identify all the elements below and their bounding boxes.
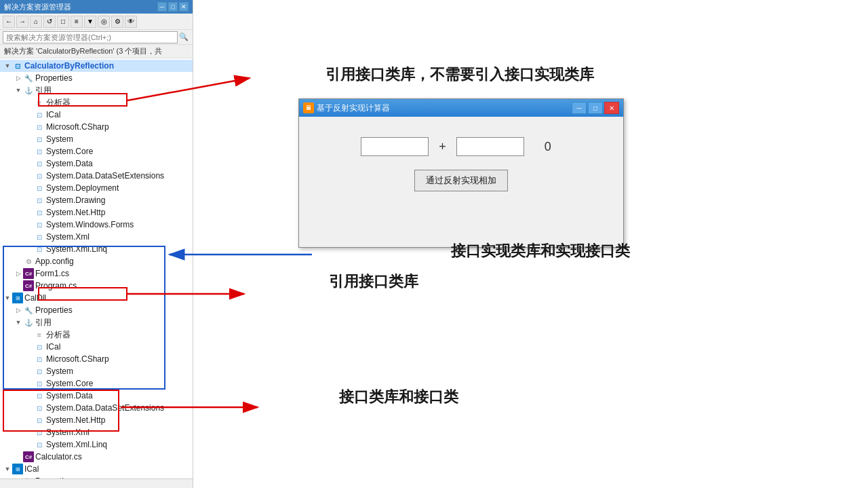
tree-item-systemnethttp2[interactable]: ⊡System.Net.Http bbox=[0, 414, 193, 426]
calc-body: + 0 通过反射实现相加 bbox=[299, 117, 623, 205]
expand-icon[interactable]: ▼ bbox=[3, 293, 12, 303]
expand-icon[interactable]: ▷ bbox=[14, 305, 23, 315]
expand-icon[interactable] bbox=[24, 342, 34, 352]
expand-icon[interactable] bbox=[24, 208, 34, 217]
tree-item-systemnethttp1[interactable]: ⊡System.Net.Http bbox=[0, 206, 193, 219]
tree-item-systemwinforms1[interactable]: ⊡System.Windows.Forms bbox=[0, 219, 193, 231]
tree-item-props1[interactable]: ▷🔧Properties bbox=[0, 72, 193, 84]
calc-maximize-btn[interactable]: □ bbox=[588, 102, 603, 114]
tree-item-form1cs[interactable]: ▷C#Form1.cs bbox=[0, 267, 193, 280]
tree-item-mscsharp1[interactable]: ⊡Microsoft.CSharp bbox=[0, 121, 193, 133]
item-label-systemxml2: System.Xml bbox=[46, 428, 90, 437]
tree-item-calculatorcs[interactable]: C#Calculator.cs bbox=[0, 451, 193, 463]
expand-icon[interactable] bbox=[24, 403, 34, 413]
tree-item-systemxmllinq1[interactable]: ⊡System.Xml.Linq bbox=[0, 243, 193, 255]
tree-item-systemcore1[interactable]: ⊡System.Core bbox=[0, 145, 193, 157]
tree-item-refs2[interactable]: ▼⚓引用 bbox=[0, 316, 193, 329]
tree-item-caldll[interactable]: ▼⊞CalDll bbox=[0, 292, 193, 304]
expand-icon[interactable]: ▷ bbox=[14, 269, 23, 278]
expand-icon[interactable] bbox=[24, 428, 34, 437]
expand-icon[interactable] bbox=[24, 171, 34, 181]
calc-input2[interactable] bbox=[456, 137, 524, 156]
tree-item-analyzers2[interactable]: ≡分析器 bbox=[0, 329, 193, 341]
tree-item-appconfig1[interactable]: ⚙App.config bbox=[0, 255, 193, 267]
main-area: 🖩 基于反射实现计算器 ─ □ ✕ + 0 通过反射实现相加 引用接口类库，不需… bbox=[193, 0, 868, 488]
expand-icon[interactable] bbox=[24, 415, 34, 425]
tree-item-ical1[interactable]: ⊡ICal bbox=[0, 109, 193, 121]
tree-item-systemcore2[interactable]: ⊡System.Core bbox=[0, 377, 193, 390]
calc-input1[interactable] bbox=[361, 137, 429, 156]
tree-item-systemxml2[interactable]: ⊡System.Xml bbox=[0, 426, 193, 438]
tree-item-system2[interactable]: ⊡System bbox=[0, 365, 193, 377]
solution-info: 解决方案 'CalculatorByReflection' (3 个项目，共 bbox=[0, 45, 193, 58]
expand-icon[interactable] bbox=[24, 98, 34, 107]
expand-icon[interactable] bbox=[24, 244, 34, 254]
close-icon[interactable]: ✕ bbox=[179, 2, 189, 12]
expand-icon[interactable] bbox=[14, 281, 23, 290]
tree-item-props2[interactable]: ▷🔧Properties bbox=[0, 304, 193, 316]
expand-icon[interactable]: ▼ bbox=[3, 464, 12, 474]
tree-item-systemdata1[interactable]: ⊡System.Data bbox=[0, 157, 193, 170]
calc-add-button[interactable]: 通过反射实现相加 bbox=[414, 170, 508, 191]
expand-icon[interactable] bbox=[24, 159, 34, 168]
calc-title: 基于反射实现计算器 bbox=[317, 102, 572, 114]
filter-icon[interactable]: ▼ bbox=[84, 16, 96, 28]
item-label-refs1: 引用 bbox=[35, 85, 52, 96]
minimize-icon[interactable]: ─ bbox=[157, 2, 167, 12]
calc-close-btn[interactable]: ✕ bbox=[604, 102, 619, 114]
expand-icon[interactable] bbox=[24, 147, 34, 156]
expand-icon[interactable]: ▷ bbox=[14, 73, 23, 83]
expand-icon[interactable] bbox=[24, 330, 34, 339]
expand-icon[interactable] bbox=[14, 257, 23, 266]
tree-item-systemdraw1[interactable]: ⊡System.Drawing bbox=[0, 194, 193, 206]
item-label-programcs: Program.cs bbox=[35, 281, 77, 290]
tree-item-programcs[interactable]: C#Program.cs bbox=[0, 280, 193, 292]
refresh-icon[interactable]: ↺ bbox=[43, 16, 56, 28]
expand-icon[interactable] bbox=[24, 122, 34, 132]
expand-icon[interactable]: ▼ bbox=[14, 318, 23, 327]
collapse-icon[interactable]: ≡ bbox=[71, 16, 83, 28]
expand-icon[interactable] bbox=[24, 183, 34, 193]
tree-item-systemxml1[interactable]: ⊡System.Xml bbox=[0, 231, 193, 243]
expand-icon[interactable] bbox=[24, 232, 34, 242]
expand-icon[interactable] bbox=[24, 440, 34, 449]
expand-icon[interactable] bbox=[24, 195, 34, 205]
preview-icon[interactable]: 👁 bbox=[125, 16, 137, 28]
expand-icon[interactable]: ▼ bbox=[3, 61, 12, 71]
expand-icon[interactable]: ▼ bbox=[14, 86, 23, 95]
show-all-icon[interactable]: ◎ bbox=[98, 16, 110, 28]
expand-icon[interactable] bbox=[24, 379, 34, 388]
home-icon[interactable]: ⌂ bbox=[30, 16, 42, 28]
expand-icon[interactable] bbox=[24, 220, 34, 229]
tree-item-mscsharp2[interactable]: ⊡Microsoft.CSharp bbox=[0, 353, 193, 365]
calc-minimize-btn[interactable]: ─ bbox=[572, 102, 587, 114]
item-label-analyzers2: 分析器 bbox=[46, 329, 71, 341]
expand-icon[interactable] bbox=[24, 110, 34, 119]
tree-item-ical2[interactable]: ⊡ICal bbox=[0, 341, 193, 353]
tree-item-refs1[interactable]: ▼⚓引用 bbox=[0, 84, 193, 96]
tree-item-solution[interactable]: ▼⊡CalculatorByReflection bbox=[0, 60, 193, 72]
item-icon-systemdraw1: ⊡ bbox=[34, 195, 45, 206]
search-input[interactable] bbox=[3, 31, 178, 43]
search-icon[interactable]: 🔍 bbox=[178, 31, 190, 43]
tree-item-ical_proj[interactable]: ▼⊞ICal bbox=[0, 463, 193, 475]
horizontal-scrollbar[interactable] bbox=[0, 478, 193, 488]
back-icon[interactable]: ← bbox=[3, 16, 15, 28]
tree-item-system1[interactable]: ⊡System bbox=[0, 133, 193, 145]
tree-item-analyzers1[interactable]: ≡分析器 bbox=[0, 96, 193, 109]
expand-icon[interactable] bbox=[24, 367, 34, 376]
maximize-icon[interactable]: □ bbox=[168, 2, 178, 12]
tree-item-systemdataext1[interactable]: ⊡System.Data.DataSetExtensions bbox=[0, 170, 193, 182]
expand-icon[interactable] bbox=[24, 354, 34, 364]
expand-icon[interactable] bbox=[24, 134, 34, 144]
properties-icon[interactable]: ⚙ bbox=[111, 16, 123, 28]
tree-item-systemdeploy1[interactable]: ⊡System.Deployment bbox=[0, 182, 193, 194]
tree-item-systemxmllinq2[interactable]: ⊡System.Xml.Linq bbox=[0, 438, 193, 451]
expand-icon[interactable]: □ bbox=[57, 16, 69, 28]
forward-icon[interactable]: → bbox=[16, 16, 28, 28]
expand-icon[interactable] bbox=[14, 452, 23, 462]
tree-container[interactable]: ▼⊡CalculatorByReflection▷🔧Properties▼⚓引用… bbox=[0, 58, 193, 478]
tree-item-systemdata2[interactable]: ⊡System.Data bbox=[0, 390, 193, 402]
tree-item-systemdataext2[interactable]: ⊡System.Data.DataSetExtensions bbox=[0, 402, 193, 414]
expand-icon[interactable] bbox=[24, 391, 34, 400]
